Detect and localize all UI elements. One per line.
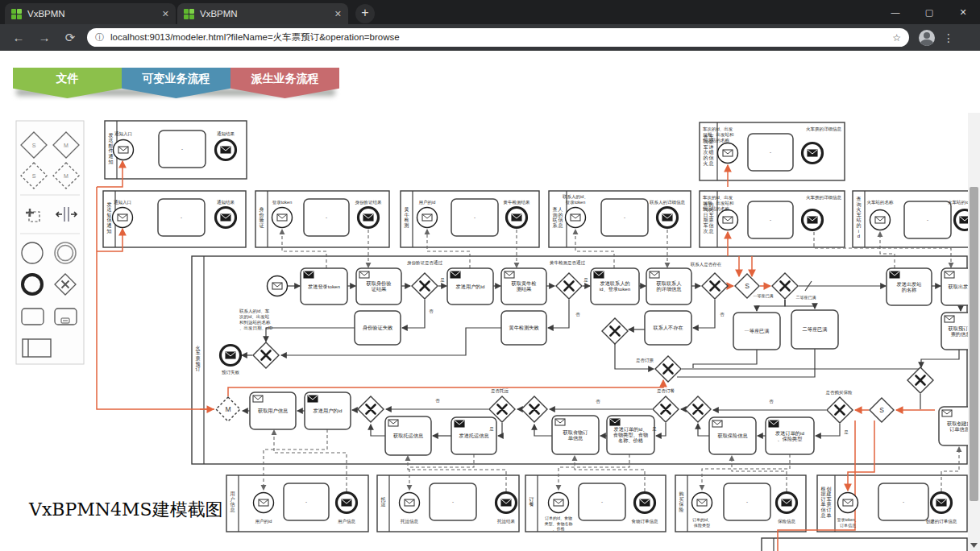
bpmn-task[interactable]: - xyxy=(451,199,498,236)
bpmn-task[interactable]: 发送出发站的名称 xyxy=(887,268,932,305)
bpmn-end-event[interactable] xyxy=(777,493,797,513)
bpmn-task[interactable]: 二等座已满 xyxy=(791,310,838,349)
bpmn-task[interactable]: 发送订单的id、食物类型、食物名称、价格 xyxy=(607,416,654,454)
bpmn-label: 用户的id xyxy=(255,519,272,524)
bpmn-start-event[interactable] xyxy=(254,493,274,513)
bpmn-task[interactable]: 一等座已满 xyxy=(733,313,780,350)
bpmn-label: 是 xyxy=(844,429,849,435)
pool-label: 身份验证 xyxy=(260,207,264,228)
bpmn-start-event[interactable] xyxy=(566,208,586,228)
bpmn-end-event[interactable] xyxy=(337,493,357,513)
bpmn-task[interactable]: 获取食物订单信息 xyxy=(552,416,599,454)
bpmn-label: 否 xyxy=(596,399,600,404)
bpmn-label: 是否托运 xyxy=(491,388,509,394)
bpmn-task[interactable]: - xyxy=(601,199,648,236)
bpmn-pool[interactable] xyxy=(762,538,967,551)
bpmn-start-event[interactable] xyxy=(400,493,420,513)
bpmn-label: 是否订票 xyxy=(636,358,654,363)
task-label: 二等座已满 xyxy=(803,326,828,333)
bpmn-start-event[interactable] xyxy=(268,276,288,296)
bpmn-task[interactable]: 获取黄牛检测结果 xyxy=(501,268,546,304)
bpmn-task[interactable]: 黄牛检测失败 xyxy=(501,311,546,345)
canvas-scrollbar[interactable] xyxy=(968,113,980,551)
task-label: - xyxy=(746,499,748,504)
bpmn-task[interactable]: - xyxy=(158,199,205,236)
svg-text:M: M xyxy=(64,143,69,148)
bpmn-start-event[interactable] xyxy=(272,208,293,228)
pool-label: 发送短信通知 xyxy=(107,201,112,234)
bpmn-start-event[interactable] xyxy=(417,208,438,228)
bpmn-end-event[interactable] xyxy=(507,208,527,228)
pool-label: 黄牛检测 xyxy=(404,207,409,228)
bpmn-start-event[interactable] xyxy=(838,493,858,513)
bpmn-label: 是 xyxy=(652,426,657,432)
bpmn-label: 火车票的详细信息 xyxy=(806,195,842,201)
task-label: - xyxy=(927,217,928,222)
bpmn-label: 用户信息 xyxy=(338,519,356,524)
bpmn-start-event[interactable] xyxy=(718,143,738,164)
bpmn-task[interactable]: 发送订单的id、保险类型 xyxy=(766,417,814,454)
bpmn-end-event[interactable] xyxy=(216,208,236,228)
bpmn-label: 是否订餐 xyxy=(657,388,675,394)
bpmn-task[interactable]: - xyxy=(904,201,951,238)
bpmn-end-event[interactable] xyxy=(803,210,823,230)
bpmn-end-event[interactable] xyxy=(803,143,823,164)
bpmn-task[interactable]: 发送登录token xyxy=(301,268,347,304)
bpmn-label: 否 xyxy=(720,312,725,317)
bpmn-label: 是否购买保险 xyxy=(826,390,853,396)
bpmn-task[interactable]: - xyxy=(304,199,349,236)
bpmn-task[interactable]: 获取托运信息 xyxy=(385,416,431,455)
bpmn-end-event[interactable] xyxy=(635,493,655,513)
bpmn-task[interactable]: - xyxy=(748,201,793,238)
bpmn-task[interactable]: 发送联系人的id、登录token xyxy=(591,268,639,304)
bpmn-end-event[interactable] xyxy=(216,140,236,160)
bpmn-end-event[interactable] xyxy=(359,208,379,228)
bpmn-label: 二等座已满 xyxy=(796,295,816,300)
bpmn-task[interactable]: - xyxy=(159,130,206,168)
svg-text:S: S xyxy=(32,143,36,148)
bpmn-canvas[interactable]: SMSM发送邮件通知发送短信通知身份验证黄牛检测查询联系人的信息查询车次的火车票… xyxy=(0,0,980,551)
task-label: - xyxy=(624,214,625,220)
bpmn-task[interactable]: 发送用户的id xyxy=(447,268,493,304)
bpmn-task[interactable]: - xyxy=(284,483,329,520)
bpmn-label: 火车站的名称 xyxy=(867,200,895,205)
bpmn-label: 否 xyxy=(429,309,434,314)
task-label: - xyxy=(452,499,454,504)
bpmn-task[interactable]: 发送用户的id xyxy=(305,392,351,429)
bpmn-start-event[interactable] xyxy=(114,140,134,160)
bpmn-end-event[interactable] xyxy=(932,493,952,513)
task-label: - xyxy=(305,499,307,504)
bpmn-start-event[interactable] xyxy=(692,493,712,513)
task-label: 发送用户的id xyxy=(456,284,485,290)
bpmn-end-event[interactable] xyxy=(658,208,678,228)
bpmn-task[interactable]: - xyxy=(878,483,928,520)
task-label: 获取保险信息 xyxy=(717,433,748,439)
bpmn-end-event[interactable] xyxy=(221,346,241,366)
bpmn-label: 通知结果 xyxy=(217,130,235,136)
bpmn-task[interactable]: 获取联系人的详细信息 xyxy=(646,268,691,304)
task-label: 黄牛检测失败 xyxy=(509,325,539,331)
bpmn-task[interactable]: - xyxy=(430,483,476,520)
bpmn-task[interactable]: 获取用户信息 xyxy=(250,392,296,429)
bpmn-task[interactable]: 联系人不存在 xyxy=(645,311,691,345)
bpmn-task[interactable]: - xyxy=(748,134,793,171)
bpmn-task[interactable]: 获取身份验证结果 xyxy=(356,268,401,304)
bpmn-label: 订单的id、保险类型 xyxy=(692,517,712,528)
shape-palette: SMSM xyxy=(16,121,84,364)
bpmn-task[interactable]: - xyxy=(724,483,770,520)
task-label: 发送登录token xyxy=(308,284,340,290)
bpmn-task[interactable]: - xyxy=(579,483,625,520)
bpmn-start-event[interactable] xyxy=(870,210,891,230)
pool-label: 发送邮件通知 xyxy=(109,132,114,165)
task-label: 获取托运信息 xyxy=(393,433,424,439)
bpmn-start-event[interactable] xyxy=(549,493,569,513)
bpmn-label: 食物订单信息 xyxy=(632,519,659,524)
bpmn-end-event[interactable] xyxy=(496,493,517,513)
task-label: 获取用户信息 xyxy=(258,408,289,414)
bpmn-start-event[interactable] xyxy=(718,210,738,230)
bpmn-start-event[interactable] xyxy=(113,208,133,228)
bpmn-task[interactable]: 获取保险信息 xyxy=(709,417,756,454)
task-label: - xyxy=(474,214,475,220)
bpmn-task[interactable]: 发送托运信息 xyxy=(451,417,496,454)
bpmn-task[interactable]: 身份验证失败 xyxy=(355,311,401,345)
